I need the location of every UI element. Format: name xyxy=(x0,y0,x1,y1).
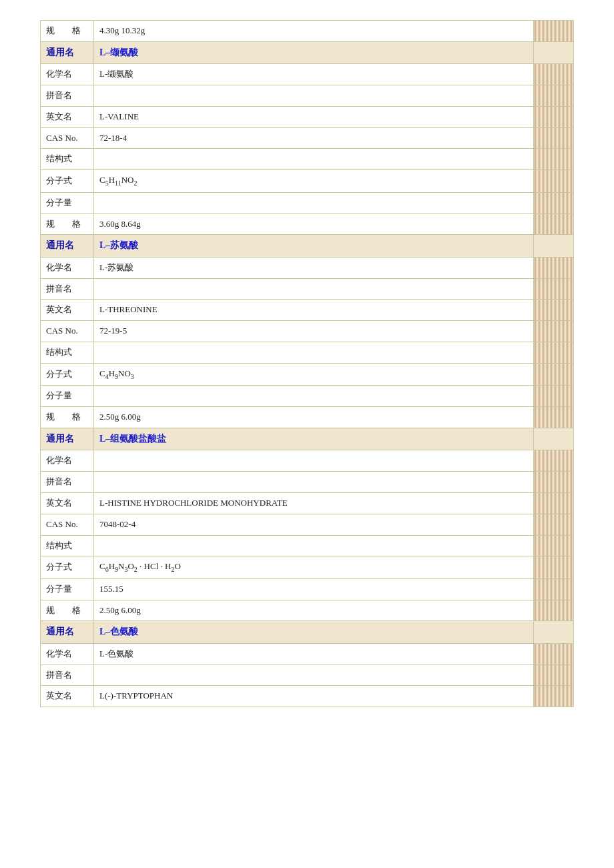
tryptophan-pinyin-pattern xyxy=(534,665,574,686)
valine-chemical-pattern xyxy=(534,64,574,85)
tryptophan-chemical-row: 化学名 L-色氨酸 xyxy=(41,643,574,665)
histidine-mw-label: 分子量 xyxy=(41,578,94,600)
histidine-structure-label: 结构式 xyxy=(41,535,94,556)
page: 规 格 4.30g 10.32g 通用名 L–缬氨酸 化学名 L-缬氨酸 拼音名… xyxy=(0,0,614,868)
threonine-formula-value: C4H9NO3 xyxy=(94,363,534,386)
tryptophan-english-label: 英文名 xyxy=(41,686,94,707)
valine-structure-value xyxy=(94,149,534,170)
intro-value: 4.30g 10.32g xyxy=(94,21,534,42)
threonine-english-label: 英文名 xyxy=(41,300,94,321)
tryptophan-pinyin-value xyxy=(94,665,534,686)
threonine-header-pattern xyxy=(534,235,574,257)
histidine-pinyin-value xyxy=(94,472,534,493)
intro-pattern xyxy=(534,21,574,42)
threonine-english-row: 英文名 L-THREONINE xyxy=(41,300,574,321)
histidine-chemical-value xyxy=(94,450,534,472)
threonine-mw-label: 分子量 xyxy=(41,386,94,407)
intro-row: 规 格 4.30g 10.32g xyxy=(41,21,574,42)
histidine-spec-value: 2.50g 6.00g xyxy=(94,600,534,621)
histidine-cas-value: 7048-02-4 xyxy=(94,514,534,535)
valine-mw-pattern xyxy=(534,192,574,213)
histidine-chemical-pattern xyxy=(534,450,574,472)
valine-formula-row: 分子式 C5H11NO2 xyxy=(41,170,574,193)
section-histidine-header: 通用名 L–组氨酸盐酸盐 xyxy=(41,428,574,450)
main-table: 规 格 4.30g 10.32g 通用名 L–缬氨酸 化学名 L-缬氨酸 拼音名… xyxy=(40,20,574,707)
threonine-mw-pattern xyxy=(534,386,574,407)
threonine-formula: C4H9NO3 xyxy=(99,367,134,382)
valine-mw-label: 分子量 xyxy=(41,192,94,213)
valine-cas-pattern xyxy=(534,127,574,149)
histidine-english-pattern xyxy=(534,492,574,514)
valine-structure-row: 结构式 xyxy=(41,149,574,170)
threonine-header-label: 通用名 xyxy=(41,235,94,257)
histidine-pinyin-pattern xyxy=(534,472,574,493)
section-threonine-header: 通用名 L–苏氨酸 xyxy=(41,235,574,257)
valine-formula-value: C5H11NO2 xyxy=(94,170,534,193)
threonine-structure-value xyxy=(94,342,534,363)
valine-spec-label: 规 格 xyxy=(41,213,94,235)
histidine-spec-label: 规 格 xyxy=(41,600,94,621)
threonine-chemical-pattern xyxy=(534,257,574,278)
valine-english-pattern xyxy=(534,106,574,127)
threonine-spec-pattern xyxy=(534,407,574,428)
threonine-cas-row: CAS No. 72-19-5 xyxy=(41,321,574,342)
valine-formula-pattern xyxy=(534,170,574,193)
threonine-formula-pattern xyxy=(534,363,574,386)
histidine-formula-label: 分子式 xyxy=(41,556,94,579)
valine-cas-row: CAS No. 72-18-4 xyxy=(41,127,574,149)
histidine-spec-pattern xyxy=(534,600,574,621)
threonine-formula-label: 分子式 xyxy=(41,363,94,386)
valine-structure-label: 结构式 xyxy=(41,149,94,170)
valine-chemical-label: 化学名 xyxy=(41,64,94,85)
histidine-structure-value xyxy=(94,535,534,556)
threonine-formula-row: 分子式 C4H9NO3 xyxy=(41,363,574,386)
valine-pinyin-label: 拼音名 xyxy=(41,85,94,106)
histidine-english-row: 英文名 L-HISTINE HYDROCHLORIDE MONOHYDRATE xyxy=(41,492,574,514)
valine-pinyin-row: 拼音名 xyxy=(41,85,574,106)
tryptophan-english-value: L(-)-TRYPTOPHAN xyxy=(94,686,534,707)
valine-spec-value: 3.60g 8.64g xyxy=(94,213,534,235)
valine-spec-row: 规 格 3.60g 8.64g xyxy=(41,213,574,235)
histidine-chemical-label: 化学名 xyxy=(41,450,94,472)
valine-header-value: L–缬氨酸 xyxy=(94,41,534,63)
histidine-english-label: 英文名 xyxy=(41,492,94,514)
valine-structure-pattern xyxy=(534,149,574,170)
threonine-english-value: L-THREONINE xyxy=(94,300,534,321)
section-valine-header: 通用名 L–缬氨酸 xyxy=(41,41,574,63)
tryptophan-header-value: L–色氨酸 xyxy=(94,621,534,643)
histidine-mw-pattern xyxy=(534,578,574,600)
threonine-pinyin-pattern xyxy=(534,278,574,300)
histidine-formula-pattern xyxy=(534,556,574,579)
tryptophan-pinyin-row: 拼音名 xyxy=(41,665,574,686)
histidine-chemical-row: 化学名 xyxy=(41,450,574,472)
histidine-header-label: 通用名 xyxy=(41,428,94,450)
tryptophan-header-label: 通用名 xyxy=(41,621,94,643)
threonine-pinyin-row: 拼音名 xyxy=(41,278,574,300)
threonine-mw-row: 分子量 xyxy=(41,386,574,407)
histidine-cas-label: CAS No. xyxy=(41,514,94,535)
threonine-english-pattern xyxy=(534,300,574,321)
threonine-pinyin-label: 拼音名 xyxy=(41,278,94,300)
threonine-cas-label: CAS No. xyxy=(41,321,94,342)
valine-pinyin-pattern xyxy=(534,85,574,106)
tryptophan-chemical-pattern xyxy=(534,643,574,665)
valine-english-label: 英文名 xyxy=(41,106,94,127)
histidine-mw-row: 分子量 155.15 xyxy=(41,578,574,600)
valine-mw-value xyxy=(94,192,534,213)
threonine-mw-value xyxy=(94,386,534,407)
valine-chemical-value: L-缬氨酸 xyxy=(94,64,534,85)
threonine-spec-row: 规 格 2.50g 6.00g xyxy=(41,407,574,428)
threonine-pinyin-value xyxy=(94,278,534,300)
threonine-chemical-label: 化学名 xyxy=(41,257,94,278)
tryptophan-header-pattern xyxy=(534,621,574,643)
valine-header-pattern xyxy=(534,41,574,63)
section-tryptophan-header: 通用名 L–色氨酸 xyxy=(41,621,574,643)
valine-spec-pattern xyxy=(534,213,574,235)
threonine-cas-value: 72-19-5 xyxy=(94,321,534,342)
valine-cas-value: 72-18-4 xyxy=(94,127,534,149)
threonine-structure-pattern xyxy=(534,342,574,363)
histidine-mw-value: 155.15 xyxy=(94,578,534,600)
threonine-header-value: L–苏氨酸 xyxy=(94,235,534,257)
threonine-spec-label: 规 格 xyxy=(41,407,94,428)
valine-header-label: 通用名 xyxy=(41,41,94,63)
